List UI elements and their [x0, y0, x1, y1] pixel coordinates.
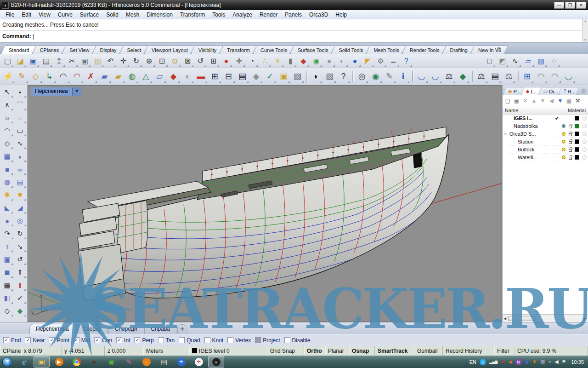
current-layer-check-icon[interactable]: ✔: [554, 115, 560, 121]
adjust-end-bulge-icon[interactable]: ↷: [1, 227, 14, 240]
rendered-mode-icon[interactable]: ●: [349, 55, 361, 67]
taskbar-internet-explorer[interactable]: e: [16, 356, 32, 368]
box-icon[interactable]: ■: [1, 163, 14, 176]
menu-orca3d[interactable]: Orca3D: [305, 11, 332, 19]
orca-pen-flash-icon[interactable]: ✎: [15, 69, 28, 83]
viewport-title[interactable]: Перспектива ▼: [31, 87, 81, 96]
viewport-tab-перспектива[interactable]: Перспектива: [29, 324, 75, 334]
orca-curve-circle-icon[interactable]: ◍: [125, 69, 139, 83]
layer-expander-icon[interactable]: ⊟: [503, 132, 508, 136]
menu-analyze[interactable]: Analyze: [229, 11, 256, 19]
scroll-up-icon[interactable]: ▲: [584, 20, 587, 23]
tray-no-internet-icon[interactable]: ✕: [501, 359, 505, 364]
paste-icon[interactable]: ▥: [91, 55, 104, 67]
move-layer-up-icon[interactable]: ▲: [530, 96, 538, 105]
tab-layers[interactable]: ◆L...: [521, 87, 541, 95]
layer-material[interactable]: [580, 132, 588, 136]
tab-display[interactable]: ▭Di...: [539, 87, 561, 95]
osnap-cen-checkbox[interactable]: ✓: [94, 337, 100, 343]
sketch-curve-icon[interactable]: ∿: [509, 55, 521, 67]
tray-stardock-icon[interactable]: ▦: [540, 359, 545, 364]
layer-row[interactable]: Nadstroika: [503, 122, 588, 130]
taskbar-chrome[interactable]: [68, 356, 85, 368]
color-wheel-icon[interactable]: ◉: [310, 55, 322, 67]
viewport-tab-справа[interactable]: Справа: [144, 324, 176, 334]
osnap-near-checkbox[interactable]: ✓: [25, 337, 31, 343]
save-file-icon[interactable]: ▣: [27, 55, 40, 67]
taskbar-snipping-tool[interactable]: ✛: [173, 356, 189, 368]
status-cplane[interactable]: CPlane: [0, 346, 21, 356]
orca-window-icon[interactable]: ⊞: [520, 69, 534, 83]
orca-whale-icon[interactable]: ◗: [309, 69, 322, 83]
tray-power-plug-icon[interactable]: ⌁: [548, 359, 552, 364]
layer-color-swatch[interactable]: [573, 124, 580, 128]
osnap-perp[interactable]: ✓Perp: [134, 337, 153, 344]
osnap-int[interactable]: ✓Int: [116, 337, 130, 344]
point-object-icon[interactable]: ∴: [259, 55, 271, 67]
orca-tank-curve-p-icon[interactable]: ◡: [415, 69, 428, 83]
rotate-object-icon[interactable]: ↺: [14, 253, 27, 266]
toolbar-tab-set-view[interactable]: Set View: [62, 46, 96, 54]
orca-gem-flash-icon[interactable]: ◇: [29, 69, 42, 83]
menu-file[interactable]: File: [2, 11, 18, 19]
orca-grid-window-icon[interactable]: ⊞: [208, 69, 221, 83]
tray-action-flag-icon[interactable]: ⚑: [562, 359, 566, 364]
layer-name[interactable]: Nadstroika: [508, 123, 554, 129]
layer-visibility-bulb-icon[interactable]: [560, 124, 567, 128]
viewport-title-label[interactable]: Перспектива: [31, 87, 72, 96]
arc-icon[interactable]: ◠: [1, 124, 14, 137]
minimize-button[interactable]: —: [554, 2, 564, 9]
toolbar-tab-transform[interactable]: Transform: [220, 46, 256, 54]
zoom-extents-icon[interactable]: ⊠: [181, 55, 194, 67]
zoom-dynamic-icon[interactable]: ⊕: [143, 55, 155, 67]
taskbar-notepad[interactable]: ▤: [156, 356, 172, 368]
osnap-point[interactable]: ✓Point: [49, 337, 69, 344]
taskbar-cad-app[interactable]: ✛: [191, 356, 207, 368]
tray-volume-icon[interactable]: ◀: [554, 359, 558, 364]
viewport-layout-icon[interactable]: ⊞: [207, 55, 220, 67]
menu-dimension[interactable]: Dimension: [143, 11, 176, 19]
status-ortho[interactable]: Ortho: [304, 346, 325, 356]
copy-layer-icon[interactable]: ▣: [512, 96, 521, 105]
export-selected-icon[interactable]: ↥: [53, 55, 65, 67]
filter-funnel-icon[interactable]: ▼: [556, 96, 565, 105]
boolean-difference-icon[interactable]: ◎: [14, 214, 27, 227]
start-button[interactable]: ⊞: [2, 357, 12, 367]
spheres-boolean-icon[interactable]: ∞: [14, 163, 27, 176]
tray-volume-mixer-icon[interactable]: ◀: [508, 359, 512, 364]
select-icon[interactable]: ↖: [1, 86, 14, 98]
perspective-viewport[interactable]: Перспектива ▼: [28, 85, 502, 322]
blend-curve-icon[interactable]: ∿: [14, 137, 27, 150]
status-z-0-000[interactable]: z 0.000: [105, 346, 143, 356]
split-beam-icon[interactable]: ‖: [14, 279, 27, 292]
orca-info-pin-icon[interactable]: ℹ: [396, 69, 410, 83]
layer-name[interactable]: Buttock: [508, 147, 554, 152]
orca-check-window-icon[interactable]: ✓: [263, 69, 277, 83]
layer-visibility-bulb-icon[interactable]: [560, 148, 567, 151]
menu-render[interactable]: Render: [256, 11, 281, 19]
tray-onenote-icon[interactable]: N: [515, 359, 522, 365]
layer-lock-icon[interactable]: [567, 147, 573, 152]
menu-transform[interactable]: Transform: [176, 11, 209, 19]
orca-brush-hull-icon[interactable]: ✎: [383, 69, 396, 83]
explode-icon[interactable]: ✸: [14, 189, 27, 201]
layer-color-swatch[interactable]: [573, 147, 580, 152]
orca-weight-cost-icon[interactable]: ⚖: [475, 69, 488, 83]
toolbar-tab-display[interactable]: Display: [92, 46, 123, 54]
orca-cost-report-icon[interactable]: ▤: [488, 69, 502, 83]
undo-view-change-icon[interactable]: ↺: [194, 55, 207, 67]
status-y-4-051[interactable]: y -4.051: [62, 346, 105, 356]
text-object-icon[interactable]: T: [1, 240, 14, 253]
toolbar-tab-solid-tools[interactable]: Solid Tools: [331, 46, 369, 54]
status-record-history[interactable]: Record History: [443, 346, 494, 356]
delete-layer-icon[interactable]: ✕: [521, 96, 530, 105]
menu-edit[interactable]: Edit: [18, 11, 35, 19]
toolbar-tab-drafting[interactable]: Drafting: [442, 46, 474, 54]
osnap-int-checkbox[interactable]: ✓: [116, 337, 122, 343]
command-scrollbar[interactable]: ▲▼: [582, 19, 588, 42]
menu-tools[interactable]: Tools: [209, 11, 229, 19]
toolbar-tab-curve-tools[interactable]: Curve Tools: [253, 46, 294, 54]
array-icon[interactable]: ▦: [1, 279, 14, 292]
scrollbar-thumb[interactable]: [508, 316, 535, 321]
layer-name[interactable]: IGES I...: [508, 115, 554, 121]
